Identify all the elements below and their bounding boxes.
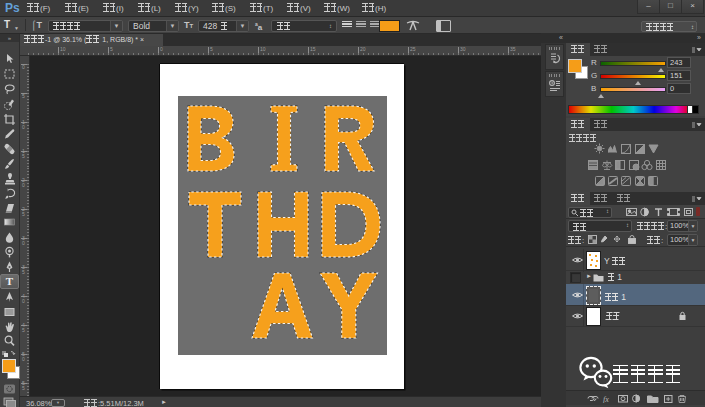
svg-text:fx: fx — [603, 395, 609, 404]
